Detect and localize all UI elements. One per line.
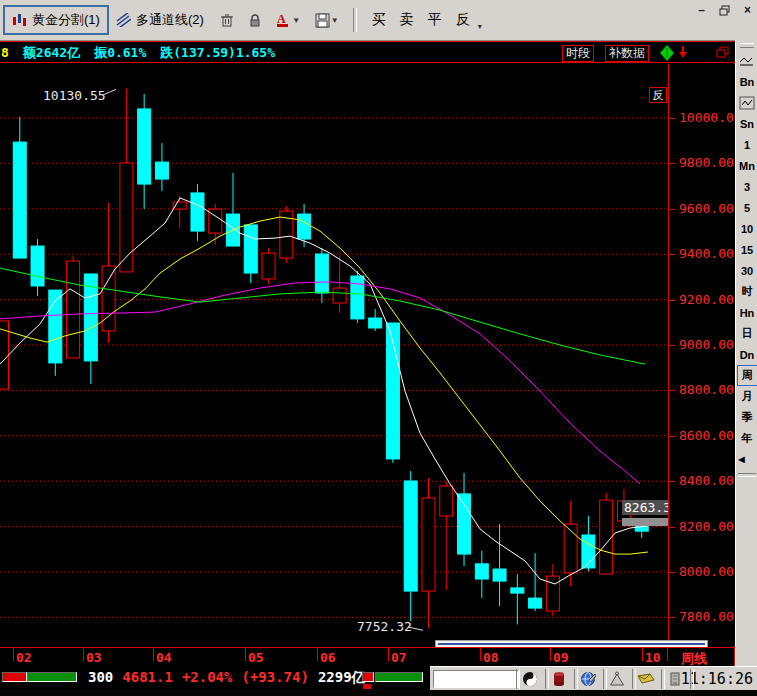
candlestick bbox=[13, 142, 26, 258]
save-dropdown-arrow[interactable]: ▼ bbox=[331, 16, 339, 25]
month-tick bbox=[550, 648, 551, 661]
font-color-button[interactable]: A ▼ bbox=[271, 8, 305, 32]
price-tick-label: 8200.00 bbox=[679, 519, 734, 534]
price-tick-label: 8400.00 bbox=[679, 473, 734, 488]
tab-golden-section[interactable]: 黄金分割(1) bbox=[3, 5, 109, 35]
price-tick-label: 9800.00 bbox=[679, 155, 734, 170]
index-turnover: 2299亿 bbox=[318, 669, 366, 687]
font-color-icon: A bbox=[275, 12, 291, 28]
period-button-时[interactable]: 时 bbox=[737, 281, 757, 302]
time-segment-button[interactable]: 时段 bbox=[562, 45, 594, 62]
chart-canvas[interactable]: 10130.557752.328263.3 bbox=[0, 64, 668, 646]
advance-meter bbox=[27, 672, 77, 682]
close-button[interactable]: × bbox=[744, 3, 751, 17]
period-button-周[interactable]: 周 bbox=[737, 365, 757, 386]
bottom-bar-tray: 11:16:26 bbox=[430, 666, 757, 691]
save-icon bbox=[315, 13, 330, 28]
month-tick bbox=[480, 648, 481, 661]
buy-button[interactable]: 买 bbox=[365, 11, 393, 29]
kline-chart-icon[interactable] bbox=[737, 92, 757, 113]
price-tick-label: 10000.00 bbox=[679, 110, 742, 125]
database-icon[interactable] bbox=[549, 669, 569, 689]
horizontal-scrollbar[interactable] bbox=[435, 640, 708, 647]
price-tick bbox=[669, 572, 675, 573]
minimize-button[interactable]: – bbox=[698, 3, 705, 17]
low-annotation: 7752.32 bbox=[357, 619, 412, 634]
index-code: 300 bbox=[88, 669, 113, 687]
period-button-5[interactable]: 5 bbox=[737, 197, 757, 218]
candlestick bbox=[120, 163, 133, 272]
rail-handle[interactable] bbox=[740, 43, 754, 48]
index-change-value: (+93.74) bbox=[241, 669, 308, 687]
diamond-indicator-icon[interactable] bbox=[659, 45, 675, 61]
bottom-status-bar: 300 4681.1 +2.04% (+93.74) 2299亿 11:16:2… bbox=[0, 666, 757, 690]
period-button-15[interactable]: 15 bbox=[737, 239, 757, 260]
globe-icon[interactable] bbox=[578, 669, 598, 689]
svg-text:A: A bbox=[277, 12, 286, 26]
period-button-Bn[interactable]: Bn bbox=[737, 71, 757, 92]
trash-button[interactable] bbox=[215, 8, 239, 32]
alarm-icon[interactable] bbox=[607, 669, 627, 689]
candlestick bbox=[155, 162, 168, 179]
period-button-月[interactable]: 月 bbox=[737, 386, 757, 407]
period-button-年[interactable]: 年 bbox=[737, 428, 757, 449]
period-button-Mn[interactable]: Mn bbox=[737, 155, 757, 176]
price-tick-label: 8800.00 bbox=[679, 382, 734, 397]
period-button-Hn[interactable]: Hn bbox=[737, 302, 757, 323]
period-button-1[interactable]: 1 bbox=[737, 134, 757, 155]
font-color-dropdown-arrow[interactable]: ▼ bbox=[292, 16, 300, 25]
period-button-Dn[interactable]: Dn bbox=[737, 344, 757, 365]
taichi-icon[interactable] bbox=[520, 669, 540, 689]
price-tick bbox=[669, 209, 675, 210]
price-tick bbox=[669, 345, 675, 346]
index-quote-strip[interactable]: 300 4681.1 +2.04% (+93.74) 2299亿 bbox=[88, 669, 366, 687]
power-icon[interactable] bbox=[665, 669, 685, 689]
candlestick bbox=[511, 588, 524, 593]
mail-icon[interactable] bbox=[636, 669, 656, 689]
sell-button[interactable]: 卖 bbox=[393, 11, 421, 29]
amplitude-value: 振0.61% bbox=[94, 44, 146, 62]
more-tools-arrow[interactable]: ▾ bbox=[478, 22, 482, 31]
left-arrow-icon[interactable]: ◀ bbox=[737, 449, 757, 470]
last-price-tag: 8263.3 bbox=[624, 500, 668, 515]
index-change-percent: +2.04% bbox=[182, 669, 233, 687]
flatten-button[interactable]: 平 bbox=[421, 11, 449, 29]
download-arrow-icon[interactable] bbox=[677, 45, 690, 60]
candlestick bbox=[458, 494, 471, 554]
x-axis-label: 09 bbox=[553, 650, 569, 665]
candlestick bbox=[138, 109, 151, 184]
candle-chart-icon bbox=[12, 13, 27, 27]
status-input-box[interactable] bbox=[433, 670, 519, 688]
tab-multi-channel[interactable]: 多通道线(2) bbox=[109, 7, 211, 33]
period-button-3[interactable]: 3 bbox=[737, 176, 757, 197]
x-axis-label: 07 bbox=[391, 650, 407, 665]
channel-lines-icon bbox=[116, 13, 131, 27]
reverse-position-button[interactable]: 反 bbox=[449, 11, 477, 29]
lock-button[interactable] bbox=[243, 8, 267, 32]
month-tick bbox=[667, 648, 668, 661]
trash-icon bbox=[220, 13, 234, 28]
period-button-30[interactable]: 30 bbox=[737, 260, 757, 281]
line-chart-icon[interactable] bbox=[737, 50, 757, 71]
period-button-季[interactable]: 季 bbox=[737, 407, 757, 428]
quote-prefix: 8 bbox=[1, 45, 9, 60]
pane-restore-icon[interactable] bbox=[716, 46, 729, 58]
bottom-edge bbox=[0, 690, 757, 696]
candlestick bbox=[333, 288, 346, 303]
chart-reverse-button[interactable]: 反 bbox=[649, 87, 667, 103]
restore-button[interactable] bbox=[719, 5, 730, 16]
period-button-日[interactable]: 日 bbox=[737, 323, 757, 344]
period-button-10[interactable]: 10 bbox=[737, 218, 757, 239]
candlestick bbox=[564, 524, 577, 573]
month-tick bbox=[245, 648, 246, 661]
scrollbar-thumb[interactable] bbox=[438, 643, 705, 645]
high-annotation: 10130.55 bbox=[43, 88, 106, 103]
fill-data-button[interactable]: 补数据 bbox=[605, 45, 649, 62]
price-tick bbox=[669, 527, 675, 528]
candlestick bbox=[493, 569, 506, 581]
save-button[interactable]: ▼ bbox=[309, 8, 345, 32]
tab-multi-channel-label: 多通道线(2) bbox=[136, 11, 204, 29]
window-controls: – × bbox=[698, 3, 751, 17]
mini-meter-red bbox=[362, 672, 374, 682]
period-button-Sn[interactable]: Sn bbox=[737, 113, 757, 134]
